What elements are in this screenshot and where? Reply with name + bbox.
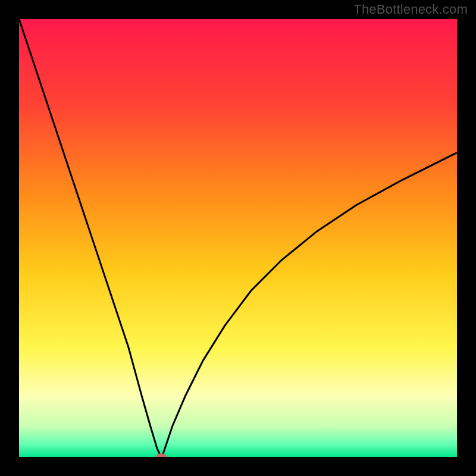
watermark-text: TheBottleneck.com: [353, 2, 468, 17]
gradient-rect: [19, 19, 457, 457]
chart-svg: [19, 19, 457, 457]
outer-frame: TheBottleneck.com: [0, 0, 476, 476]
plot-area: [19, 19, 457, 457]
